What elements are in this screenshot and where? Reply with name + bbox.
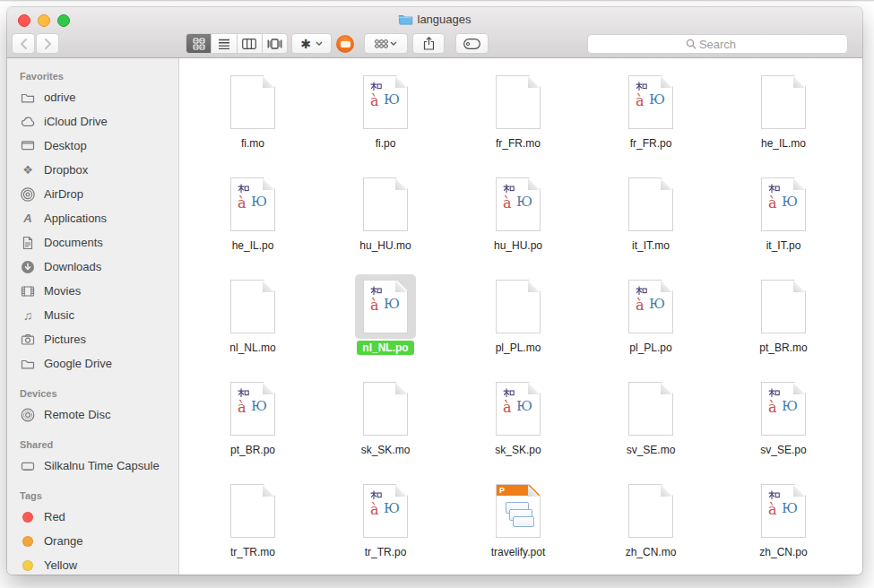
zoom-button[interactable] (57, 14, 70, 27)
download-icon (19, 260, 37, 274)
cjk-glyph (768, 490, 780, 501)
chevron-right-icon (44, 39, 52, 49)
applications-icon: A (19, 212, 37, 224)
po-file-icon: àЮ (761, 382, 806, 436)
window-header: languages (7, 7, 862, 58)
file-he_IL-mo[interactable]: he_IL.mo (717, 69, 850, 171)
sidebar-item-yellow[interactable]: Yellow (7, 553, 178, 575)
sidebar-item-red[interactable]: Red (7, 505, 178, 529)
file-it_IT-mo[interactable]: it_IT.mo (584, 171, 717, 273)
minimize-button[interactable] (38, 14, 50, 27)
sidebar-item-airdrop[interactable]: AirDrop (7, 182, 178, 206)
column-view-button[interactable] (238, 34, 263, 53)
folder-icon (19, 357, 37, 371)
page-fold (395, 485, 407, 497)
file-travelify-pot[interactable]: Ptravelify.pot (452, 478, 584, 575)
latin-glyph: à (503, 401, 512, 415)
file-zh_CN-po[interactable]: àЮzh_CN.po (717, 478, 850, 575)
file-fr_FR-po[interactable]: àЮfr_FR.po (584, 69, 717, 171)
file-name-label: fr_FR.po (625, 136, 678, 151)
movies-icon (19, 284, 37, 298)
file-sv_SE-mo[interactable]: sv_SE.mo (584, 376, 717, 478)
cyrillic-glyph: Ю (251, 400, 267, 413)
file-hu_HU-mo[interactable]: hu_HU.mo (319, 171, 452, 273)
screenshot-canvas: languages (0, 0, 874, 588)
sidebar-item-movies[interactable]: Movies (7, 279, 178, 303)
sidebar-item-remote-disc[interactable]: Remote Disc (7, 402, 178, 427)
file-fr_FR-mo[interactable]: fr_FR.mo (452, 69, 584, 171)
file-icon-box: àЮ (620, 274, 681, 339)
page-fold (263, 178, 274, 190)
mo-file-icon (761, 75, 806, 129)
page-fold (793, 76, 805, 88)
file-it_IT-po[interactable]: àЮit_IT.po (717, 171, 850, 273)
po-file-icon: àЮ (363, 484, 408, 538)
close-button[interactable] (18, 14, 30, 27)
sidebar-item-icloud-drive[interactable]: iCloud Drive (7, 109, 178, 134)
sidebar-item-desktop[interactable]: Desktop (7, 134, 178, 158)
file-sv_SE-po[interactable]: àЮsv_SE.po (717, 376, 850, 478)
coverflow-view-icon (267, 39, 282, 49)
file-zh_CN-mo[interactable]: zh_CN.mo (584, 478, 717, 575)
pot-file-icon: P (496, 484, 541, 538)
file-sk_SK-mo[interactable]: sk_SK.mo (319, 376, 452, 478)
back-button[interactable] (12, 33, 35, 54)
cjk-glyph (238, 184, 249, 195)
sidebar-item-silkalnu-time-capsule[interactable]: Silkalnu Time Capsule (7, 454, 178, 478)
mo-file-icon (230, 280, 275, 333)
share-button[interactable] (412, 33, 445, 54)
file-nl_NL-po[interactable]: àЮnl_NL.po (319, 273, 452, 376)
arrange-menu-button[interactable] (364, 33, 408, 54)
sidebar-item-pictures[interactable]: Pictures (7, 327, 178, 351)
coverflow-view-button[interactable] (263, 34, 287, 53)
file-pt_BR-po[interactable]: àЮpt_BR.po (186, 376, 319, 478)
page-title: languages (418, 13, 472, 26)
sidebar-item-google-drive[interactable]: Google Drive (7, 351, 178, 376)
file-pt_BR-mo[interactable]: pt_BR.mo (717, 273, 850, 376)
mo-file-icon (496, 75, 541, 129)
file-tr_TR-po[interactable]: àЮtr_TR.po (319, 478, 452, 575)
file-fi-mo[interactable]: fi.mo (186, 69, 319, 171)
sidebar-section-favorites: FavoritesodriveiCloud DriveDesktop❖Dropb… (7, 71, 178, 376)
file-hu_HU-po[interactable]: àЮhu_HU.po (452, 171, 584, 273)
file-name-label: he_IL.po (227, 238, 280, 253)
file-icon-box: àЮ (355, 479, 416, 543)
finder-window: languages (7, 7, 862, 575)
file-he_IL-po[interactable]: àЮhe_IL.po (186, 171, 319, 273)
translation-panel (513, 516, 534, 527)
sidebar-item-odrive[interactable]: odrive (7, 85, 178, 109)
file-fi-po[interactable]: àЮfi.po (319, 69, 452, 171)
latin-glyph: à (238, 401, 247, 415)
action-menu-button[interactable]: ✱ (291, 33, 332, 54)
file-icon-box (620, 479, 681, 543)
poedit-app-button[interactable] (335, 34, 355, 54)
po-file-icon: àЮ (628, 280, 673, 333)
sidebar-item-downloads[interactable]: Downloads (7, 255, 178, 279)
page-fold (528, 178, 540, 190)
file-pl_PL-mo[interactable]: pl_PL.mo (452, 273, 584, 376)
search-input[interactable] (588, 35, 847, 53)
sidebar-item-label: Applications (44, 212, 107, 225)
file-icon-box: àЮ (753, 479, 814, 543)
icon-view-button[interactable] (186, 34, 212, 53)
cjk-glyph (636, 286, 647, 297)
forward-button[interactable] (36, 33, 59, 54)
sidebar-item-label: odrive (44, 91, 75, 104)
latin-glyph: à (636, 94, 645, 108)
sidebar-item-dropbox[interactable]: ❖Dropbox (7, 158, 178, 182)
file-nl_NL-mo[interactable]: nl_NL.mo (186, 273, 319, 376)
list-view-button[interactable] (212, 34, 237, 53)
file-icon-box (488, 70, 549, 134)
sidebar-item-music[interactable]: ♫Music (7, 303, 178, 327)
file-pl_PL-po[interactable]: àЮpl_PL.po (584, 273, 717, 376)
sidebar-item-orange[interactable]: Orange (7, 529, 178, 553)
cyrillic-glyph: Ю (649, 93, 665, 107)
file-sk_SK-po[interactable]: àЮsk_SK.po (452, 376, 584, 478)
tag-dot-icon (19, 512, 37, 523)
sidebar-item-applications[interactable]: AApplications (7, 206, 178, 230)
sidebar-item-documents[interactable]: Documents (7, 230, 178, 255)
tags-button[interactable] (455, 33, 489, 54)
file-grid: fi.moàЮfi.pofr_FR.moàЮfr_FR.pohe_IL.moàЮ… (179, 58, 862, 575)
sidebar-item-label: Music (44, 308, 74, 322)
file-tr_TR-mo[interactable]: tr_TR.mo (186, 478, 319, 575)
